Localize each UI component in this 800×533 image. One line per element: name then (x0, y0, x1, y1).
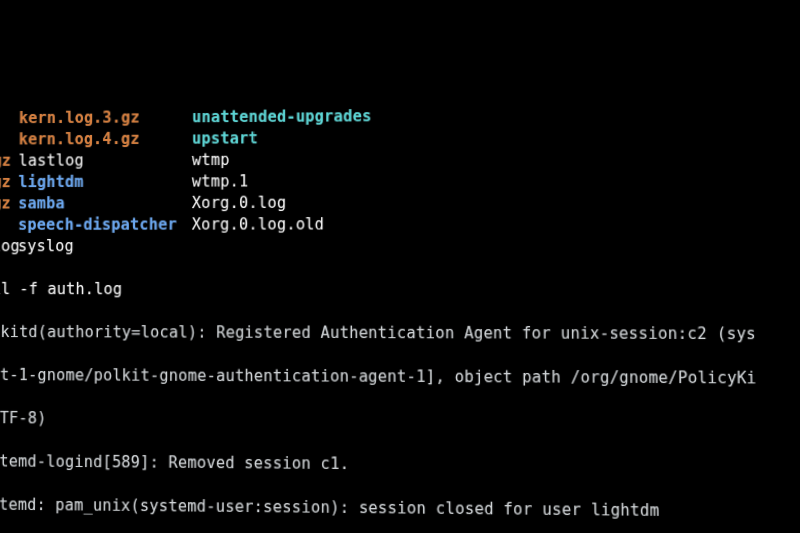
ls-cell: onfig.log (0, 236, 18, 257)
ls-cell: log.2.gz (0, 151, 19, 173)
ls-cell: syslog (18, 236, 192, 258)
log-line: olicykit-1-gnome/polkit-gnome-authentica… (0, 364, 800, 390)
ls-cell: samba (18, 193, 192, 215)
ls-cell: Xorg.0.log (192, 192, 396, 214)
ls-cell: log.4.gz (0, 193, 18, 215)
ls-cell: wtmp.1 (192, 171, 396, 193)
ls-cell: og (0, 108, 19, 130)
prompt-line[interactable]: og$ tail -f auth.log (0, 279, 800, 302)
ls-cell: log.1 (0, 129, 19, 151)
log-line: 330 systemd: pam_unix(systemd-user:sessi… (0, 494, 800, 524)
ls-output: ogkern.log.3.gzunattended-upgradeslog.1k… (0, 103, 800, 257)
ls-cell: kern.log.4.gz (19, 128, 192, 150)
ls-cell: upstart (192, 127, 396, 149)
ls-cell: speech-dispatcher (18, 214, 192, 236)
ls-cell: lightdm (18, 171, 192, 193)
ls-cell: unattended-upgrades (192, 106, 396, 129)
log-line: it_IT.UTF-8) (0, 407, 800, 434)
terminal-screen[interactable]: ogkern.log.3.gzunattended-upgradeslog.1k… (0, 77, 800, 533)
ls-cell: wtmp (192, 149, 396, 171)
command-input[interactable]: tail -f auth.log (0, 280, 122, 299)
log-line: 330 systemd-logind[589]: Removed session… (0, 450, 800, 479)
ls-cell: kern.log.3.gz (19, 107, 192, 129)
ls-row: ogspeech-dispatcherXorg.0.log.old (0, 213, 800, 236)
ls-cell: Xorg.0.log.old (192, 214, 396, 236)
log-line: 330 polkitd(authority=local): Registered… (0, 322, 800, 346)
ls-cell: og (0, 215, 18, 236)
ls-row: log.4.gzsambaXorg.0.log (0, 191, 800, 215)
ls-row: log.2.gzlastlogwtmp (0, 147, 800, 172)
ls-row: log.3.gzlightdmwtmp.1 (0, 169, 800, 193)
ls-cell: log.3.gz (0, 172, 19, 194)
ls-cell: lastlog (19, 150, 193, 172)
ls-row: onfig.logsyslog (0, 235, 800, 257)
